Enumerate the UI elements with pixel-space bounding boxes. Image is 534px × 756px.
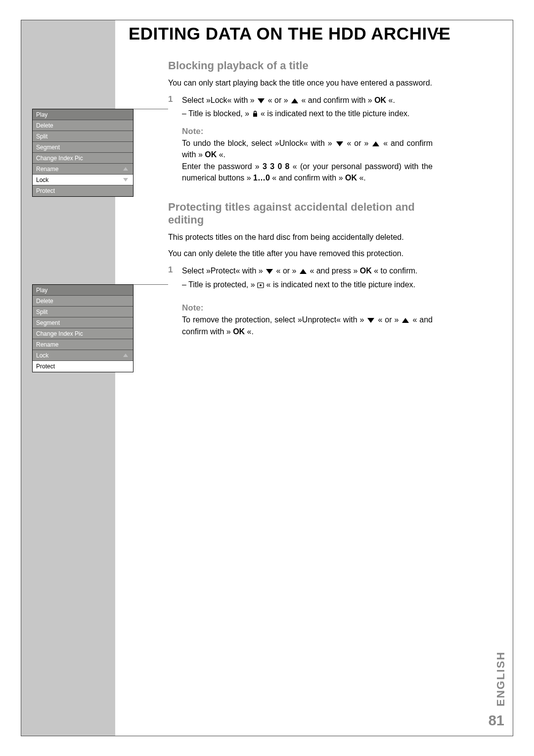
step-bullet: – Title is protected, » « is indicated n… — [182, 279, 433, 291]
ok-label: OK — [345, 174, 357, 182]
step-bullet: – Title is blocked, » « is indicated nex… — [182, 108, 433, 120]
text: «. — [247, 327, 254, 336]
menu-item-delete[interactable]: Delete — [33, 120, 133, 131]
text: To undo the block, select »Unlock« with … — [182, 139, 332, 147]
section2-p2: You can only delete the title after you … — [168, 248, 433, 259]
text: To remove the protection, select »Unprot… — [182, 315, 364, 324]
menu-item-change-index-pic[interactable]: Change Index Pic — [33, 328, 133, 339]
section1-heading: Blocking playback of a title — [168, 59, 433, 72]
menu-item-protect[interactable]: Protect — [33, 361, 133, 372]
menu-item-segment[interactable]: Segment — [33, 317, 133, 328]
title-accent-line — [437, 33, 447, 34]
language-label: ENGLISH — [494, 651, 507, 707]
password-value: 3 3 0 8 — [263, 162, 289, 171]
menu-item-play[interactable]: Play — [33, 109, 133, 120]
text: « or » — [276, 267, 297, 275]
text: « or » — [378, 315, 399, 324]
up-arrow-icon — [402, 318, 409, 323]
text: «. — [389, 96, 395, 104]
text: «. — [219, 150, 225, 159]
down-arrow-icon — [367, 318, 374, 323]
connector-line — [134, 109, 168, 109]
ok-label: OK — [205, 150, 217, 159]
text: « and confirm with » — [272, 174, 343, 182]
menu-item-segment[interactable]: Segment — [33, 142, 133, 153]
menu-protect: Play Delete Split Segment Change Index P… — [32, 284, 134, 372]
text: – Title is blocked, » — [182, 109, 249, 118]
note-body: To remove the protection, select »Unprot… — [182, 314, 433, 337]
section2-p1: This protects titles on the hard disc fr… — [168, 231, 433, 243]
text: – Title is protected, » — [182, 280, 255, 289]
chevron-down-icon — [123, 178, 128, 181]
text: Enter the password » — [182, 162, 260, 171]
menu-item-rename[interactable]: Rename — [33, 164, 133, 175]
menu-item-split[interactable]: Split — [33, 131, 133, 142]
text: « and press » — [310, 267, 357, 275]
text: « or » — [347, 139, 369, 147]
down-arrow-icon — [266, 269, 273, 274]
ok-label: OK — [374, 96, 386, 104]
buttons-range: 1…0 — [253, 174, 270, 182]
note-body-1: To undo the block, select »Unlock« with … — [182, 137, 433, 160]
menu-item-lock[interactable]: Lock — [33, 350, 133, 361]
menu-item-play[interactable]: Play — [33, 285, 133, 296]
section2-step1: 1 Select »Protect« with » « or » « and p… — [168, 265, 433, 337]
step-number: 1 — [168, 265, 182, 337]
page-title: EDITING DATA ON THE HDD ARCHIVE — [129, 24, 450, 44]
ok-label: OK — [360, 267, 372, 275]
up-arrow-icon — [372, 141, 379, 146]
note-label: Note: — [182, 126, 433, 138]
ok-label: OK — [233, 327, 245, 336]
chevron-up-icon — [123, 354, 128, 357]
down-arrow-icon — [258, 98, 265, 103]
up-arrow-icon — [300, 269, 307, 274]
menu-item-split[interactable]: Split — [33, 307, 133, 317]
menu-item-delete[interactable]: Delete — [33, 296, 133, 307]
up-arrow-icon — [291, 98, 298, 103]
text: Select »Protect« with » — [182, 267, 263, 275]
down-arrow-icon — [336, 141, 343, 146]
protect-icon — [257, 280, 264, 291]
text: «. — [359, 174, 365, 182]
step-number: 1 — [168, 94, 182, 183]
section1-step1: 1 Select »Lock« with » « or » « and conf… — [168, 94, 433, 183]
main-content: Blocking playback of a title You can onl… — [168, 59, 433, 337]
page-number: 81 — [489, 712, 504, 729]
section1-intro: You can only start playing back the titl… — [168, 77, 433, 89]
menu-item-change-index-pic[interactable]: Change Index Pic — [33, 153, 133, 164]
section2-heading: Protecting titles against accidental del… — [168, 201, 433, 226]
menu-item-lock[interactable]: Lock — [33, 175, 133, 185]
lock-icon — [252, 109, 259, 120]
menu-lock: Play Delete Split Segment Change Index P… — [32, 109, 134, 197]
connector-line — [134, 284, 168, 285]
note-label: Note: — [182, 302, 433, 314]
step-body: Select »Protect« with » « or » « and pre… — [182, 265, 433, 337]
text: Select »Lock« with » — [182, 96, 255, 104]
text: « to confirm. — [374, 267, 417, 275]
step-body: Select »Lock« with » « or » « and confir… — [182, 94, 433, 183]
text: « is indicated next to the title picture… — [261, 109, 410, 118]
text: « or » — [268, 96, 288, 104]
text: « and confirm with » — [301, 96, 372, 104]
menu-item-protect[interactable]: Protect — [33, 185, 133, 196]
chevron-up-icon — [123, 167, 128, 171]
note-body-2: Enter the password » 3 3 0 8 « (or your … — [182, 161, 433, 183]
section2: Protecting titles against accidental del… — [168, 201, 433, 337]
text: « is indicated next to the title picture… — [267, 280, 416, 289]
svg-point-1 — [260, 284, 262, 286]
menu-item-rename[interactable]: Rename — [33, 339, 133, 350]
